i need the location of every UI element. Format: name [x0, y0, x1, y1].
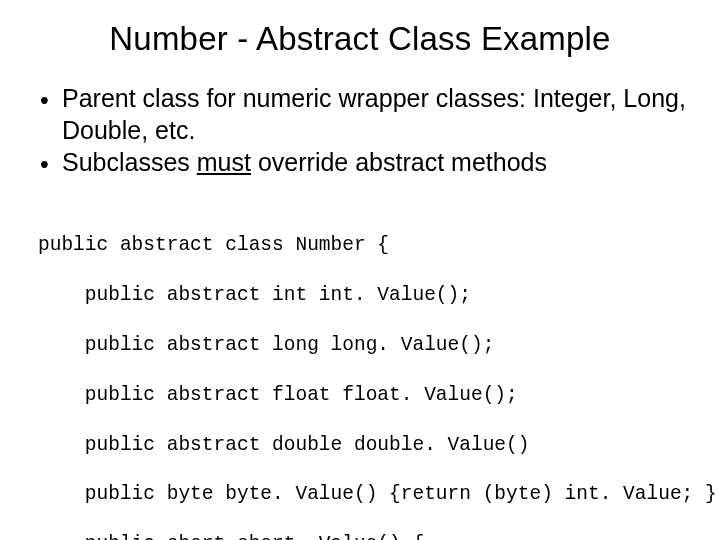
code-line: public byte byte. Value() {return (byte)…	[38, 482, 690, 507]
code-block: public abstract class Number { public ab…	[30, 208, 690, 540]
bullet-item: • Subclasses must override abstract meth…	[40, 146, 690, 180]
bullet-list: • Parent class for numeric wrapper class…	[30, 82, 690, 180]
code-line: public short short. Value() {	[38, 532, 690, 540]
bullet-fragment: override abstract methods	[251, 148, 547, 176]
code-line: public abstract float float. Value();	[38, 383, 690, 408]
bullet-text: Parent class for numeric wrapper classes…	[62, 82, 690, 146]
bullet-dot: •	[40, 146, 62, 180]
bullet-emphasis: must	[197, 148, 251, 176]
code-line: public abstract long long. Value();	[38, 333, 690, 358]
bullet-item: • Parent class for numeric wrapper class…	[40, 82, 690, 146]
code-line: public abstract int int. Value();	[38, 283, 690, 308]
code-line: public abstract double double. Value()	[38, 433, 690, 458]
bullet-fragment: Subclasses	[62, 148, 197, 176]
slide-title: Number - Abstract Class Example	[30, 20, 690, 58]
bullet-text: Subclasses must override abstract method…	[62, 146, 690, 178]
bullet-dot: •	[40, 82, 62, 116]
code-line: public abstract class Number {	[38, 233, 690, 258]
